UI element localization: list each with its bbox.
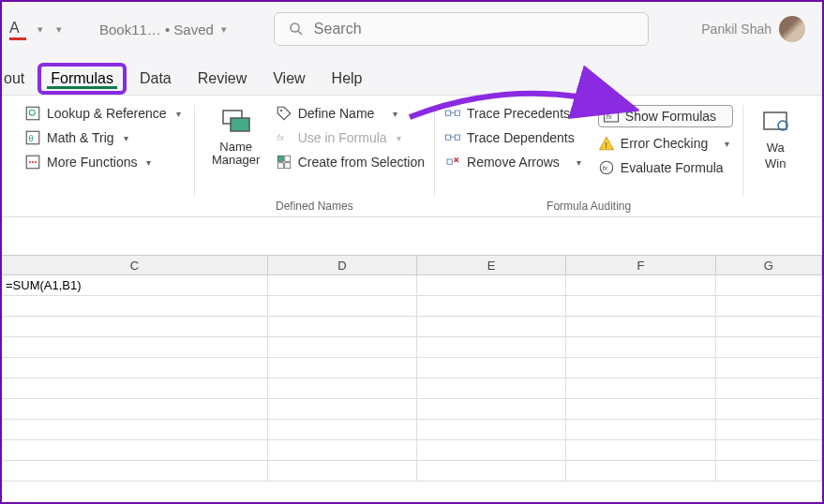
cell[interactable] [566, 378, 715, 399]
math-icon: θ [24, 129, 41, 146]
cell[interactable] [566, 317, 715, 337]
cell[interactable] [417, 378, 566, 399]
col-header-g[interactable]: G [716, 256, 822, 274]
svg-rect-15 [284, 156, 290, 161]
math-trig-button[interactable]: θ Math & Trig▾ [24, 129, 185, 146]
cell[interactable] [268, 317, 417, 337]
define-name-button[interactable]: Define Name ▾ [276, 105, 425, 122]
cell[interactable] [417, 317, 566, 337]
svg-text:fx: fx [602, 164, 607, 172]
tab-about[interactable]: out [4, 63, 37, 95]
font-color-button[interactable]: A [9, 20, 28, 38]
cell[interactable] [566, 420, 715, 440]
col-header-c[interactable]: C [2, 256, 268, 274]
search-input[interactable] [314, 21, 635, 37]
cell[interactable] [2, 296, 268, 317]
cell[interactable] [566, 399, 715, 420]
user-name: Pankil Shah [701, 22, 772, 37]
svg-rect-2 [26, 107, 39, 120]
cell[interactable] [716, 337, 823, 358]
cell[interactable] [268, 420, 417, 440]
cell[interactable] [268, 358, 417, 378]
cell[interactable] [716, 461, 823, 482]
watch-window-button[interactable]: Wa Win [753, 101, 798, 174]
cell[interactable] [417, 296, 566, 317]
cell[interactable] [566, 461, 715, 482]
cell[interactable] [2, 399, 268, 420]
svg-line-1 [298, 31, 302, 35]
cell[interactable] [2, 461, 268, 482]
tab-view[interactable]: View [260, 63, 318, 95]
trace-precedents-button[interactable]: Trace Precedents [444, 105, 585, 122]
cell[interactable] [268, 399, 417, 420]
cell[interactable] [2, 440, 268, 461]
cell[interactable] [716, 358, 823, 378]
cell[interactable] [268, 378, 417, 399]
lookup-reference-button[interactable]: Lookup & Reference▾ [24, 105, 185, 122]
cell[interactable] [716, 440, 823, 461]
user-account[interactable]: Pankil Shah [701, 16, 805, 42]
create-from-selection-button[interactable]: Create from Selection [276, 154, 425, 170]
name-manager-button[interactable]: Name Manager [204, 101, 268, 171]
svg-point-9 [35, 161, 37, 163]
cell[interactable] [2, 337, 268, 358]
document-name[interactable]: Book11… • Saved ▾ [99, 22, 231, 37]
error-checking-button[interactable]: ! Error Checking ▾ [598, 135, 733, 152]
cell[interactable] [2, 358, 268, 378]
avatar [779, 16, 805, 42]
tab-data[interactable]: Data [127, 63, 185, 95]
col-header-d[interactable]: D [268, 256, 417, 274]
cell[interactable] [417, 420, 566, 440]
chevron-down-icon[interactable]: ▾ [217, 23, 231, 36]
cell[interactable] [716, 317, 823, 337]
cell[interactable] [268, 296, 417, 317]
tab-review[interactable]: Review [185, 63, 260, 95]
cell[interactable] [2, 378, 268, 399]
cell-c1[interactable]: =SUM(A1,B1) [2, 275, 268, 296]
cell[interactable] [417, 399, 566, 420]
cell[interactable] [716, 399, 823, 420]
cell[interactable] [566, 337, 715, 358]
cell[interactable] [566, 296, 715, 317]
cell[interactable] [268, 275, 417, 296]
tab-help[interactable]: Help [319, 63, 376, 95]
cell[interactable] [417, 440, 566, 461]
cell[interactable] [417, 275, 566, 296]
cell[interactable] [716, 275, 823, 296]
tag-icon [276, 105, 292, 122]
trace-dependents-button[interactable]: Trace Dependents [444, 129, 585, 146]
cell[interactable] [417, 461, 566, 482]
cell[interactable] [2, 317, 268, 337]
cell[interactable] [2, 420, 268, 440]
search-box[interactable] [274, 12, 649, 46]
svg-text:!: ! [605, 141, 607, 150]
remove-arrows-button[interactable]: Remove Arrows ▾ [444, 154, 585, 170]
tab-formulas[interactable]: Formulas [37, 63, 127, 95]
col-header-e[interactable]: E [417, 256, 566, 274]
svg-rect-11 [231, 118, 249, 131]
more-functions-button[interactable]: More Functions▾ [24, 154, 185, 170]
trace-dependents-icon [444, 129, 461, 146]
svg-rect-18 [446, 111, 451, 115]
evaluate-formula-button[interactable]: fx Evaluate Formula [598, 159, 733, 176]
cell[interactable] [716, 296, 823, 317]
formula-auditing-group-label: Formula Auditing [444, 200, 733, 215]
cell[interactable] [566, 275, 715, 296]
cell[interactable] [268, 440, 417, 461]
svg-point-7 [29, 161, 31, 163]
show-formulas-button[interactable]: fx Show Formulas [598, 105, 733, 127]
cell[interactable] [716, 378, 823, 399]
chevron-down-icon[interactable]: ▾ [52, 23, 66, 36]
cell[interactable] [417, 337, 566, 358]
chevron-down-icon[interactable]: ▾ [34, 23, 47, 36]
show-formulas-icon: fx [603, 108, 620, 125]
fx-icon: fx [276, 129, 292, 146]
cell[interactable] [268, 461, 417, 482]
cell[interactable] [417, 358, 566, 378]
cell[interactable] [716, 420, 823, 440]
svg-text:fx: fx [607, 112, 612, 121]
cell[interactable] [268, 337, 417, 358]
cell[interactable] [566, 358, 715, 378]
col-header-f[interactable]: F [566, 256, 715, 274]
cell[interactable] [566, 440, 715, 461]
